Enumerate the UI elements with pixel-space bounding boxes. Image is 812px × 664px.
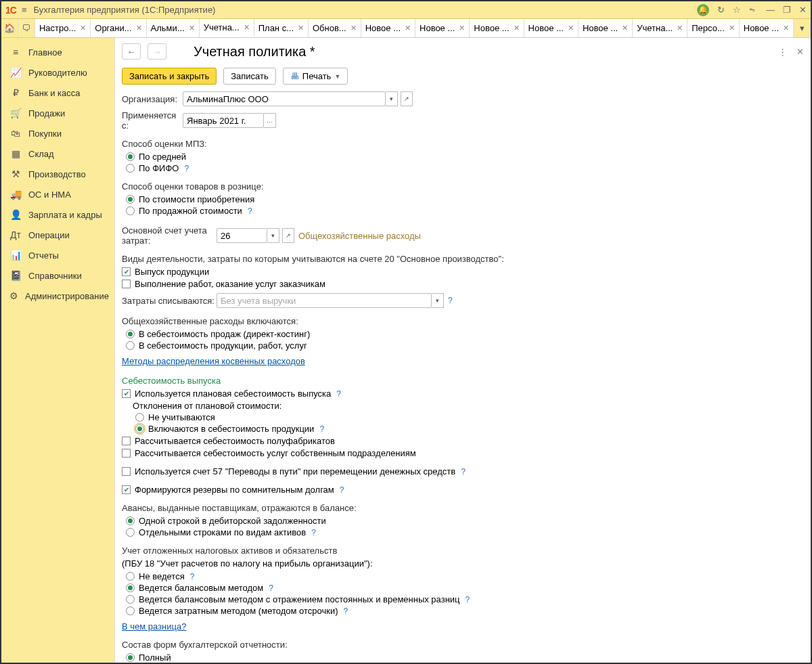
sidebar-item-4[interactable]: 🛍Покупки [1, 123, 114, 143]
methods-link[interactable]: Методы распределения косвенных расходов [122, 356, 305, 366]
help-icon[interactable]: ? [319, 424, 324, 434]
favorites-tab[interactable]: 🗨 [18, 19, 35, 37]
acc57-checkbox[interactable] [122, 467, 131, 476]
pbu-bal-radio[interactable] [126, 583, 135, 592]
sidebar-item-3[interactable]: 🛒Продажи [1, 103, 114, 123]
sidebar-item-12[interactable]: ⚙Администрирование [1, 286, 114, 306]
account-open-button[interactable]: ↗ [282, 228, 294, 243]
org-open-button[interactable]: ↗ [401, 91, 413, 106]
menu-icon[interactable]: ≡ [22, 5, 27, 15]
retail-cost-radio[interactable] [126, 195, 135, 204]
tab-close-icon[interactable]: ✕ [244, 23, 250, 32]
options-icon[interactable]: ᯓ [749, 5, 758, 15]
tab-7[interactable]: Новое ...✕ [415, 19, 470, 37]
retail-sale-radio[interactable] [126, 206, 135, 215]
help-icon[interactable]: ? [466, 595, 470, 604]
sidebar-item-8[interactable]: 👤Зарплата и кадры [1, 204, 114, 225]
writeoff-dropdown-button[interactable]: ▾ [432, 293, 444, 308]
star-icon[interactable]: ☆ [733, 5, 741, 15]
tab-9[interactable]: Новое ...✕ [524, 19, 579, 37]
help-icon[interactable]: ? [184, 164, 189, 173]
sidebar-item-5[interactable]: ▦Склад [1, 143, 114, 164]
tab-close-icon[interactable]: ✕ [80, 24, 86, 32]
save-close-button[interactable]: Записать и закрыть [122, 68, 217, 85]
tab-close-icon[interactable]: ✕ [677, 24, 683, 32]
sidebar-item-0[interactable]: ≡Главное [1, 42, 114, 62]
dev-none-radio[interactable] [135, 413, 144, 422]
tab-4[interactable]: План с...✕ [254, 19, 309, 37]
account-input[interactable] [217, 228, 267, 243]
forms-full-radio[interactable] [126, 653, 135, 662]
sidebar-item-9[interactable]: ДтОперации [1, 225, 114, 245]
help-icon[interactable]: ? [336, 389, 341, 399]
tab-10[interactable]: Новое ...✕ [579, 19, 633, 37]
tab-1[interactable]: Органи...✕ [91, 19, 146, 37]
activity-serv-checkbox[interactable] [122, 280, 131, 288]
reserves-checkbox[interactable] [122, 485, 131, 494]
tab-5[interactable]: Обнов...✕ [309, 19, 361, 37]
adv-one-radio[interactable] [126, 516, 135, 525]
tab-close-icon[interactable]: ✕ [729, 24, 735, 32]
help-icon[interactable]: ? [269, 583, 273, 593]
help-icon[interactable]: ? [340, 485, 344, 495]
ohr-full-radio[interactable] [126, 341, 135, 350]
tab-close-icon[interactable]: ✕ [136, 24, 142, 32]
help-icon[interactable]: ? [344, 606, 348, 616]
home-tab[interactable]: 🏠 [1, 19, 18, 37]
tab-close-icon[interactable]: ✕ [783, 24, 789, 32]
help-icon[interactable]: ? [190, 572, 195, 581]
mpz-avg-radio[interactable] [126, 152, 135, 161]
tab-close-icon[interactable]: ✕ [459, 24, 465, 32]
sidebar-item-6[interactable]: ⚒Производство [1, 164, 114, 184]
tab-8[interactable]: Новое ...✕ [470, 19, 524, 37]
history-icon[interactable]: ↻ [717, 5, 725, 15]
more-tabs[interactable]: ▾ [794, 19, 811, 37]
help-icon[interactable]: ? [461, 467, 466, 477]
date-picker-button[interactable]: … [264, 113, 276, 128]
org-dropdown-button[interactable]: ▾ [386, 91, 398, 106]
tab-12[interactable]: Персо...✕ [687, 19, 740, 37]
tab-close-icon[interactable]: ✕ [568, 24, 574, 32]
tab-3[interactable]: Учетна...✕ [200, 19, 254, 37]
sidebar-item-1[interactable]: 📈Руководителю [1, 62, 114, 83]
tab-0[interactable]: Настро...✕ [35, 19, 91, 37]
tab-close-icon[interactable]: ✕ [514, 24, 520, 32]
help-icon[interactable]: ? [311, 528, 316, 537]
bell-icon[interactable]: 🔔 [697, 4, 709, 16]
forward-button[interactable]: → [148, 43, 166, 60]
tab-close-icon[interactable]: ✕ [189, 24, 195, 32]
mpz-fifo-radio[interactable] [126, 164, 135, 173]
cost-planned-checkbox[interactable] [122, 389, 131, 398]
pbu-none-radio[interactable] [126, 572, 135, 581]
tab-close-icon[interactable]: ✕ [351, 24, 357, 32]
pbu-cost-radio[interactable] [126, 606, 135, 615]
activity-prod-checkbox[interactable] [122, 267, 131, 276]
tab-6[interactable]: Новое ...✕ [361, 19, 415, 37]
help-icon[interactable]: ? [248, 206, 252, 216]
tab-close-icon[interactable]: ✕ [405, 24, 411, 32]
back-button[interactable]: ← [122, 43, 141, 60]
dev-incl-radio[interactable] [135, 424, 144, 433]
pbu-baldiff-radio[interactable] [126, 595, 135, 604]
diff-link[interactable]: В чем разница? [122, 621, 186, 632]
tab-close-icon[interactable]: ✕ [622, 24, 628, 32]
ohr-direct-radio[interactable] [126, 330, 135, 338]
help-icon[interactable]: ? [448, 296, 453, 305]
tab-13[interactable]: Новое ...✕ [740, 19, 794, 37]
writeoff-input[interactable] [217, 293, 432, 308]
date-input[interactable] [183, 113, 264, 128]
cost-semi-checkbox[interactable] [122, 437, 131, 445]
more-icon[interactable]: ⋮ [778, 47, 787, 57]
sidebar-item-2[interactable]: ₽Банк и касса [1, 83, 114, 103]
minimize-icon[interactable]: — [766, 5, 775, 15]
tab-11[interactable]: Учетна...✕ [633, 19, 687, 37]
sidebar-item-7[interactable]: 🚚ОС и НМА [1, 184, 114, 204]
save-button[interactable]: Записать [223, 68, 276, 85]
tab-2[interactable]: Альми...✕ [147, 19, 200, 37]
cost-own-checkbox[interactable] [122, 449, 131, 458]
close-icon[interactable]: ✕ [799, 5, 807, 15]
print-button[interactable]: 🖶Печать▼ [283, 68, 348, 85]
tab-close-icon[interactable]: ✕ [298, 24, 304, 32]
account-dropdown-button[interactable]: ▾ [267, 228, 279, 243]
close-page-icon[interactable]: ✕ [796, 47, 804, 57]
